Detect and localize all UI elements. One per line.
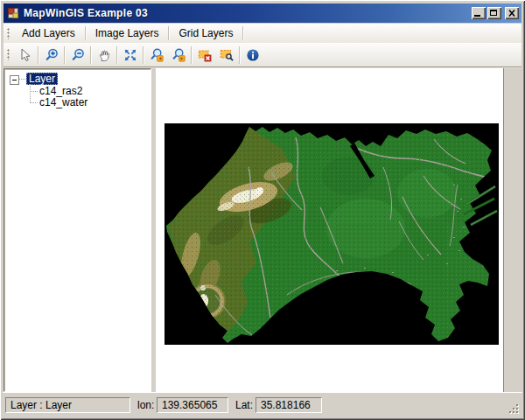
toolbar-separator <box>90 46 91 64</box>
tree-item-c14-ras2[interactable]: c14_ras2 <box>39 85 82 97</box>
close-button[interactable] <box>505 7 519 19</box>
zoom-next-button[interactable] <box>167 45 189 66</box>
window-title: MapWinGIS Example 03 <box>24 7 470 19</box>
info-button[interactable] <box>242 45 263 66</box>
toolbar-separator <box>239 46 240 64</box>
tree-item-c14-water[interactable]: c14_water <box>39 96 88 108</box>
zoom-extent-button[interactable] <box>119 45 141 66</box>
map-panel <box>156 68 504 392</box>
zoom-out-button[interactable] <box>66 45 88 66</box>
map-view[interactable] <box>164 123 499 345</box>
menu-add-layers[interactable]: Add Layers <box>14 24 83 42</box>
toolbar-separator <box>191 46 192 64</box>
lon-value-box[interactable]: 139.365065 <box>157 397 228 413</box>
clear-selection-button[interactable] <box>193 45 215 66</box>
app-icon <box>6 6 20 20</box>
minimize-button[interactable] <box>472 7 486 19</box>
tree-connector <box>30 91 38 92</box>
maximize-icon <box>490 10 497 16</box>
status-bar: Layer : Layer lon: 139.365065 Lat: 35.81… <box>3 392 522 417</box>
lat-label: Lat: <box>235 399 253 411</box>
clear-selection-icon <box>198 48 212 62</box>
menu-bar: Add Layers Image Layers Grid Layers <box>4 24 522 43</box>
toolbar-separator <box>38 46 38 64</box>
minus-icon <box>12 80 17 80</box>
zoom-in-icon <box>45 48 59 62</box>
zoom-out-icon <box>71 48 85 62</box>
cursor-button[interactable] <box>14 45 36 66</box>
menu-grid-layers[interactable]: Grid Layers <box>171 24 241 42</box>
zoom-in-button[interactable] <box>40 45 62 66</box>
app-window: MapWinGIS Example 03 Add Layers Image La… <box>0 0 525 420</box>
menu-separator <box>168 26 169 40</box>
lon-label: lon: <box>137 399 154 411</box>
tool-bar <box>4 43 522 66</box>
zoom-previous-icon <box>150 48 164 62</box>
select-box-icon <box>220 48 234 62</box>
toolbar-separator <box>116 46 117 64</box>
resize-grip[interactable] <box>509 404 521 416</box>
menu-image-layers[interactable]: Image Layers <box>88 24 167 42</box>
menu-separator <box>85 26 86 40</box>
menustrip-grip[interactable] <box>7 28 10 39</box>
maximize-button[interactable] <box>487 7 501 19</box>
tree-connector <box>30 84 31 102</box>
status-layer-panel: Layer : Layer <box>5 397 130 413</box>
info-icon <box>246 48 260 62</box>
tree-connector <box>19 79 25 80</box>
pan-hand-icon <box>97 48 111 62</box>
pan-button[interactable] <box>93 45 115 66</box>
layer-tree-panel: Layer c14_ras2 c14_water <box>4 68 151 392</box>
toolbar-separator <box>64 46 65 64</box>
zoom-previous-button[interactable] <box>145 45 167 66</box>
tree-collapse-toggle[interactable] <box>10 75 19 85</box>
zoom-next-icon <box>172 48 186 62</box>
tree-root-layer[interactable]: Layer <box>26 73 58 85</box>
toolbar-separator <box>143 46 144 64</box>
lat-value-box[interactable]: 35.818166 <box>256 397 322 413</box>
zoom-extent-icon <box>123 48 137 62</box>
menu-separator <box>242 26 243 40</box>
tree-connector <box>30 102 38 103</box>
cursor-arrow-icon <box>18 48 32 62</box>
toolstrip-grip[interactable] <box>7 49 10 60</box>
title-bar[interactable]: MapWinGIS Example 03 <box>4 4 522 23</box>
minimize-icon <box>474 15 480 17</box>
terrain-map-image <box>164 123 499 345</box>
select-box-button[interactable] <box>215 45 237 66</box>
close-icon <box>505 7 519 19</box>
